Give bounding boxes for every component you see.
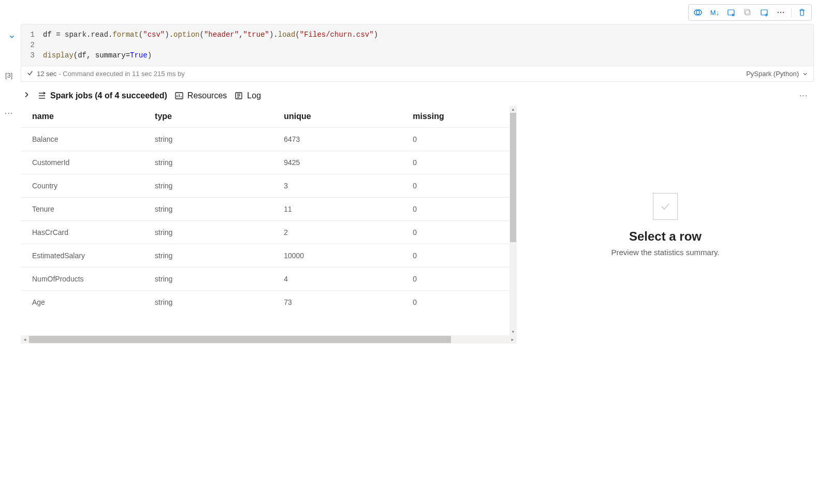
scroll-track[interactable] <box>29 335 508 344</box>
copy-cell-button[interactable] <box>740 6 755 19</box>
collapse-cell-button[interactable] <box>8 33 16 40</box>
cell-type: string <box>150 128 279 151</box>
cell-missing: 0 <box>407 291 517 314</box>
svg-rect-2 <box>728 10 734 15</box>
svg-rect-5 <box>746 10 750 15</box>
cell-unique: 3 <box>279 174 407 198</box>
output-header: Spark jobs (4 of 4 succeeded) Resources … <box>21 87 814 105</box>
scroll-up-arrow[interactable]: ▲ <box>509 106 517 113</box>
chevron-down-icon <box>802 71 808 77</box>
cell-name: CustomerId <box>21 151 150 174</box>
table-row[interactable]: Balancestring64730 <box>21 128 517 151</box>
cell-missing: 0 <box>407 198 517 221</box>
cell-name: EstimatedSalary <box>21 244 150 268</box>
cell-missing: 0 <box>407 244 517 268</box>
preview-title: Select a row <box>629 229 702 244</box>
more-options-button[interactable] <box>774 6 788 19</box>
cell-type: string <box>150 244 279 268</box>
svg-point-11 <box>780 12 781 13</box>
table-row[interactable]: CustomerIdstring94250 <box>21 151 517 174</box>
exec-time: 12 sec <box>37 70 56 78</box>
cell-name: Balance <box>21 128 150 151</box>
summary-table-container: name type unique missing Balancestring64… <box>21 106 517 344</box>
cell-missing: 0 <box>407 268 517 291</box>
table-row[interactable]: EstimatedSalarystring100000 <box>21 244 517 268</box>
scroll-right-arrow[interactable]: ► <box>508 335 517 344</box>
log-label: Log <box>247 91 261 100</box>
cell-unique: 4 <box>279 268 407 291</box>
scroll-thumb[interactable] <box>510 113 516 242</box>
cell-name: Age <box>21 291 150 314</box>
preview-check-icon <box>653 193 678 220</box>
resources-icon <box>174 91 184 100</box>
output-more-button[interactable]: ··· <box>799 91 812 100</box>
cell-missing: 0 <box>407 221 517 244</box>
spark-jobs-label: Spark jobs (4 of 4 succeeded) <box>50 91 167 100</box>
cell-unique: 9425 <box>279 151 407 174</box>
log-icon <box>234 91 243 100</box>
cell-type: string <box>150 291 279 314</box>
code-cell: 1 df = spark.read.format("csv").option("… <box>3 24 814 344</box>
cell-unique: 11 <box>279 198 407 221</box>
log-link[interactable]: Log <box>234 91 261 100</box>
cell-type: string <box>150 268 279 291</box>
scroll-track[interactable] <box>509 113 517 328</box>
scroll-left-arrow[interactable]: ◄ <box>21 335 29 344</box>
scroll-down-arrow[interactable]: ▼ <box>509 328 517 335</box>
preview-pane: Select a row Preview the statistics summ… <box>517 106 814 344</box>
delete-output-button[interactable] <box>724 6 738 19</box>
cell-type: string <box>150 198 279 221</box>
vertical-scrollbar[interactable]: ▲ ▼ <box>509 106 517 335</box>
cell-type: string <box>150 221 279 244</box>
cell-unique: 6473 <box>279 128 407 151</box>
table-row[interactable]: Tenurestring110 <box>21 198 517 221</box>
col-missing[interactable]: missing <box>407 106 517 128</box>
cell-index: [3] <box>5 71 12 79</box>
scroll-thumb[interactable] <box>29 336 451 343</box>
table-row[interactable]: Countrystring30 <box>21 174 517 198</box>
code-line-1: df = spark.read.format("csv").option("he… <box>43 29 378 40</box>
svg-point-10 <box>778 12 779 13</box>
language-selector[interactable]: PySpark (Python) <box>746 70 808 78</box>
table-row[interactable]: HasCrCardstring20 <box>21 221 517 244</box>
summary-table: name type unique missing Balancestring64… <box>21 106 517 314</box>
delete-cell-button[interactable] <box>795 6 809 19</box>
col-type[interactable]: type <box>150 106 279 128</box>
results-area: name type unique missing Balancestring64… <box>21 106 814 344</box>
line-number: 3 <box>26 50 43 61</box>
col-unique[interactable]: unique <box>279 106 407 128</box>
cell-unique: 10000 <box>279 244 407 268</box>
col-name[interactable]: name <box>21 106 150 128</box>
cell-toolbar: M↓ <box>688 4 812 21</box>
line-number: 2 <box>26 40 43 50</box>
exec-msg: - Command executed in 11 sec 215 ms by <box>59 70 185 78</box>
spark-icon <box>37 91 47 100</box>
toolbar-separator <box>791 8 792 17</box>
cell-missing: 0 <box>407 151 517 174</box>
cell-unique: 73 <box>279 291 407 314</box>
cell-type: string <box>150 174 279 198</box>
table-row[interactable]: NumOfProductsstring40 <box>21 268 517 291</box>
line-number: 1 <box>26 29 43 40</box>
resources-link[interactable]: Resources <box>174 91 227 100</box>
code-line-3: display(df, summary=True) <box>43 50 152 61</box>
cell-drag-handle[interactable]: ··· <box>5 109 13 118</box>
spark-jobs-link[interactable]: Spark jobs (4 of 4 succeeded) <box>37 91 167 100</box>
preview-subtitle: Preview the statistics summary. <box>611 248 720 257</box>
table-row[interactable]: Agestring730 <box>21 291 517 314</box>
copilot-icon[interactable] <box>691 6 705 19</box>
resources-label: Resources <box>187 91 227 100</box>
success-check-icon <box>26 69 34 78</box>
cell-missing: 0 <box>407 174 517 198</box>
svg-rect-6 <box>745 9 749 14</box>
execution-status-bar: 12 sec - Command executed in 11 sec 215 … <box>21 66 814 82</box>
horizontal-scrollbar[interactable]: ◄ ► <box>21 335 517 344</box>
code-editor[interactable]: 1 df = spark.read.format("csv").option("… <box>21 24 814 66</box>
cell-unique: 2 <box>279 221 407 244</box>
add-cell-below-button[interactable] <box>757 6 771 19</box>
convert-markdown-button[interactable]: M↓ <box>707 6 722 19</box>
expand-output-button[interactable] <box>23 91 30 100</box>
table-header-row: name type unique missing <box>21 106 517 128</box>
markdown-label: M↓ <box>710 9 719 17</box>
cell-name: Tenure <box>21 198 150 221</box>
